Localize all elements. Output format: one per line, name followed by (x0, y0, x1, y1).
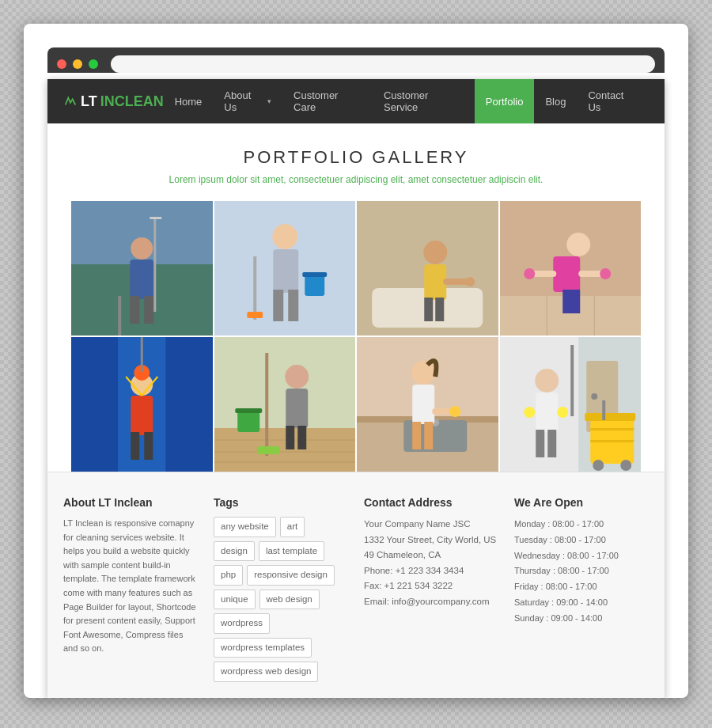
svg-point-3 (131, 237, 153, 260)
tag-responsive-design[interactable]: responsive design (247, 565, 335, 586)
hours-saturday: Saturday : 09:00 - 14:00 (514, 595, 649, 611)
tag-any-website[interactable]: any website (214, 517, 276, 537)
navbar: LT INCLEAN Home About Us ▾ Customer Care… (47, 79, 665, 123)
main-content: PORTFOLIO GALLERY Lorem ipsum dolor sit … (47, 123, 665, 472)
gallery-item-8[interactable] (500, 337, 642, 472)
tag-web-design[interactable]: web design (259, 590, 320, 610)
nav-link-home[interactable]: Home (164, 79, 214, 123)
tag-last-template[interactable]: last template (259, 541, 324, 562)
svg-rect-90 (570, 345, 574, 416)
svg-point-67 (411, 361, 435, 385)
svg-rect-70 (424, 422, 433, 449)
svg-rect-68 (412, 385, 434, 424)
nav-link-about[interactable]: About Us ▾ (213, 79, 282, 123)
about-text: LT Inclean is responsive comapny for cle… (63, 517, 198, 656)
svg-rect-17 (247, 312, 263, 318)
nav-item-blog[interactable]: Blog (534, 79, 577, 123)
portfolio-subtitle: Lorem ipsum dolor sit amet, consectetuer… (63, 174, 649, 185)
svg-rect-55 (235, 408, 262, 413)
logo-icon (63, 94, 78, 108)
tag-wordpress-web-design[interactable]: wordpress web design (214, 662, 318, 682)
footer-tags: Tags any website art design last templat… (214, 496, 348, 682)
contact-address: 1332 Your Street, City World, US (364, 533, 498, 548)
gallery-item-3[interactable] (357, 201, 498, 336)
svg-rect-4 (130, 260, 153, 299)
svg-point-36 (600, 268, 611, 279)
browser-window: LT INCLEAN Home About Us ▾ Customer Care… (24, 24, 688, 698)
nav-link-portfolio[interactable]: Portfolio (475, 79, 535, 123)
browser-close-btn[interactable] (57, 59, 66, 69)
contact-company: Your Company Name JSC (364, 517, 498, 533)
contact-phone: Phone: +1 223 334 3434 (364, 563, 498, 579)
gallery-item-6[interactable] (214, 337, 356, 472)
hours-friday: Friday : 08:00 - 17:00 (514, 579, 649, 595)
nav-item-service[interactable]: Customer Service (373, 79, 475, 123)
browser-minimize-btn[interactable] (73, 59, 82, 69)
svg-rect-60 (265, 353, 268, 456)
svg-point-82 (593, 460, 604, 471)
gallery-item-4[interactable] (500, 201, 642, 336)
browser-wrapper: LT INCLEAN Home About Us ▾ Customer Care… (0, 0, 712, 728)
hours-monday: Monday : 08:00 - 17:00 (514, 517, 649, 533)
svg-rect-5 (130, 296, 139, 324)
nav-item-care[interactable]: Customer Care (282, 79, 373, 123)
about-title: About LT Inclean (63, 496, 198, 509)
contact-title: Contact Address (364, 496, 498, 509)
subtitle-text: Lorem ipsum dolor sit amet, consectetuer… (169, 174, 489, 185)
svg-rect-79 (602, 400, 605, 420)
svg-rect-21 (424, 264, 446, 300)
svg-rect-11 (273, 249, 298, 293)
svg-rect-40 (165, 337, 212, 472)
portfolio-title: PORTFOLIO GALLERY (63, 147, 649, 168)
svg-rect-8 (150, 217, 161, 219)
browser-chrome (47, 47, 665, 73)
svg-rect-2 (118, 296, 121, 336)
footer-hours: We Are Open Monday : 08:00 - 17:00 Tuesd… (514, 496, 649, 682)
nav-link-service[interactable]: Customer Service (373, 79, 475, 123)
tag-unique[interactable]: unique (214, 590, 256, 610)
subtitle-link: adipiscin elit. (489, 174, 543, 185)
svg-point-72 (449, 406, 460, 417)
svg-rect-38 (71, 337, 118, 472)
footer: About LT Inclean LT Inclean is responsiv… (47, 472, 665, 698)
svg-rect-87 (547, 430, 556, 457)
tag-php[interactable]: php (214, 565, 243, 586)
svg-rect-16 (253, 256, 256, 320)
footer-contact: Contact Address Your Company Name JSC 13… (364, 496, 498, 682)
contact-city: 49 Chameleon, CA (364, 548, 498, 563)
svg-rect-86 (536, 430, 544, 457)
gallery-item-7[interactable] (357, 337, 498, 472)
svg-point-76 (591, 393, 597, 400)
svg-rect-13 (288, 290, 298, 321)
tags-title: Tags (214, 496, 348, 509)
svg-point-20 (423, 241, 447, 264)
tag-wordpress[interactable]: wordpress (214, 613, 270, 634)
nav-item-about[interactable]: About Us ▾ (213, 79, 282, 123)
svg-rect-7 (153, 217, 156, 312)
nav-link-blog[interactable]: Blog (534, 79, 577, 123)
tag-art[interactable]: art (280, 517, 305, 537)
svg-point-89 (557, 407, 568, 418)
nav-item-home[interactable]: Home (164, 79, 214, 123)
address-bar[interactable] (111, 55, 655, 73)
tag-design[interactable]: design (214, 541, 255, 562)
svg-rect-43 (131, 396, 153, 435)
logo[interactable]: LT INCLEAN (63, 93, 164, 110)
gallery-item-2[interactable] (214, 201, 356, 336)
svg-rect-57 (286, 389, 308, 428)
browser-maximize-btn[interactable] (89, 59, 98, 69)
nav-item-contact[interactable]: Contact Us (577, 79, 649, 123)
nav-link-care[interactable]: Customer Care (282, 79, 373, 123)
gallery-item-1[interactable] (71, 201, 213, 336)
svg-point-88 (524, 407, 535, 418)
svg-point-56 (285, 365, 309, 389)
tag-wordpress-templates[interactable]: wordpress templates (214, 638, 312, 658)
svg-rect-58 (286, 426, 294, 449)
about-arrow: ▾ (267, 97, 271, 105)
footer-about: About LT Inclean LT Inclean is responsiv… (63, 496, 198, 682)
svg-point-84 (535, 369, 559, 392)
svg-rect-31 (553, 256, 580, 292)
nav-item-portfolio[interactable]: Portfolio (475, 79, 535, 123)
nav-link-contact[interactable]: Contact Us (577, 79, 649, 123)
gallery-item-5[interactable] (71, 337, 213, 472)
